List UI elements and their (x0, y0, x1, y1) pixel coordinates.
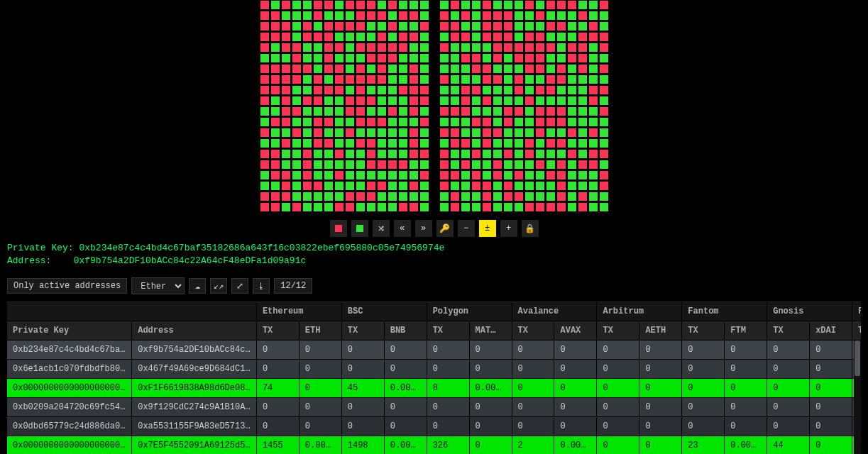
bit-cell[interactable] (356, 53, 366, 63)
bit-cell[interactable] (377, 53, 387, 63)
bit-cell[interactable] (270, 149, 280, 159)
bit-cell[interactable] (260, 64, 270, 74)
bit-cell[interactable] (567, 202, 577, 212)
bit-cell[interactable] (313, 138, 323, 148)
bit-cell[interactable] (556, 160, 566, 170)
bit-cell[interactable] (292, 202, 302, 212)
bit-cell[interactable] (546, 128, 556, 138)
bit-cell[interactable] (270, 53, 280, 63)
next-button[interactable]: » (414, 219, 433, 238)
bit-cell[interactable] (313, 96, 323, 106)
bit-cell[interactable] (356, 181, 366, 191)
bit-cell[interactable] (345, 138, 355, 148)
bit-cell[interactable] (260, 128, 270, 138)
bit-cell[interactable] (599, 128, 609, 138)
bit-cell[interactable] (535, 64, 545, 74)
bit-cell[interactable] (599, 170, 609, 180)
bit-cell[interactable] (345, 74, 355, 84)
bit-cell[interactable] (567, 32, 577, 42)
bit-cell[interactable] (556, 43, 566, 52)
bit-cell[interactable] (578, 96, 588, 106)
bit-cell[interactable] (482, 96, 492, 106)
bit-cell[interactable] (270, 106, 280, 116)
bit-cell[interactable] (567, 96, 577, 106)
bit-cell[interactable] (450, 74, 460, 84)
bit-cell[interactable] (356, 202, 366, 212)
bit-cell[interactable] (514, 106, 524, 116)
bit-cell[interactable] (599, 53, 609, 63)
bit-cell[interactable] (471, 160, 481, 170)
bit-cell[interactable] (366, 138, 376, 148)
bit-cell[interactable] (439, 138, 449, 148)
bit-cell[interactable] (409, 202, 419, 212)
bit-cell[interactable] (356, 43, 366, 52)
bit-cell[interactable] (388, 170, 397, 180)
bit-cell[interactable] (302, 43, 312, 52)
bit-cell[interactable] (334, 170, 344, 180)
bit-cell[interactable] (439, 192, 449, 201)
bit-cell[interactable] (524, 0, 534, 10)
bit-cell[interactable] (302, 170, 312, 180)
bit-cell[interactable] (409, 32, 419, 42)
bit-cell[interactable] (313, 53, 323, 63)
bit-cell[interactable] (377, 170, 387, 180)
bit-cell[interactable] (356, 128, 366, 138)
bit-cell[interactable] (388, 21, 397, 31)
bit-cell[interactable] (345, 85, 355, 95)
bit-cell[interactable] (292, 128, 302, 138)
bit-cell[interactable] (388, 138, 397, 148)
bit-cell[interactable] (588, 117, 598, 127)
column-header[interactable]: TX (682, 321, 725, 340)
bit-cell[interactable] (524, 160, 534, 170)
bit-cell[interactable] (292, 138, 302, 148)
bit-cell[interactable] (281, 96, 291, 106)
bit-cell[interactable] (588, 11, 598, 21)
bit-cell[interactable] (578, 64, 588, 74)
bit-cell[interactable] (419, 64, 429, 74)
column-header[interactable]: AVAX (554, 321, 597, 340)
bit-cell[interactable] (366, 0, 376, 10)
bit-cell[interactable] (439, 96, 449, 106)
bit-cell[interactable] (356, 96, 366, 106)
bit-cell[interactable] (377, 32, 387, 42)
bit-cell[interactable] (398, 85, 408, 95)
bit-cell[interactable] (388, 32, 397, 42)
bit-cell[interactable] (388, 181, 397, 191)
shuffle-button[interactable]: ⤨ (372, 219, 390, 238)
bit-cell[interactable] (409, 21, 419, 31)
bit-cell[interactable] (281, 85, 291, 95)
bit-cell[interactable] (493, 138, 502, 148)
bit-cell[interactable] (535, 138, 545, 148)
bit-cell[interactable] (334, 11, 344, 21)
bit-cell[interactable] (567, 117, 577, 127)
bit-cell[interactable] (281, 106, 291, 116)
bit-cell[interactable] (567, 170, 577, 180)
bit-cell[interactable] (439, 202, 449, 212)
bit-cell[interactable] (556, 149, 566, 159)
bit-cell[interactable] (514, 128, 524, 138)
column-header[interactable]: Address (132, 321, 257, 340)
bit-cell[interactable] (377, 85, 387, 95)
bit-cell[interactable] (535, 202, 545, 212)
bit-cell[interactable] (567, 85, 577, 95)
bit-cell[interactable] (471, 192, 481, 201)
bit-cell[interactable] (471, 32, 481, 42)
bit-cell[interactable] (366, 96, 376, 106)
bit-cell[interactable] (302, 192, 312, 201)
bit-cell[interactable] (524, 106, 534, 116)
bit-cell[interactable] (398, 106, 408, 116)
bit-cell[interactable] (292, 96, 302, 106)
bit-cell[interactable] (556, 0, 566, 10)
bit-cell[interactable] (439, 117, 449, 127)
bit-cell[interactable] (535, 149, 545, 159)
bit-cell[interactable] (388, 202, 397, 212)
bit-cell[interactable] (366, 85, 376, 95)
bit-cell[interactable] (578, 160, 588, 170)
bit-cell[interactable] (567, 128, 577, 138)
bit-cell[interactable] (419, 96, 429, 106)
bit-cell[interactable] (514, 43, 524, 52)
bit-cell[interactable] (439, 43, 449, 52)
column-header[interactable]: TX (597, 321, 639, 340)
bit-cell[interactable] (567, 160, 577, 170)
bit-cell[interactable] (599, 11, 609, 21)
